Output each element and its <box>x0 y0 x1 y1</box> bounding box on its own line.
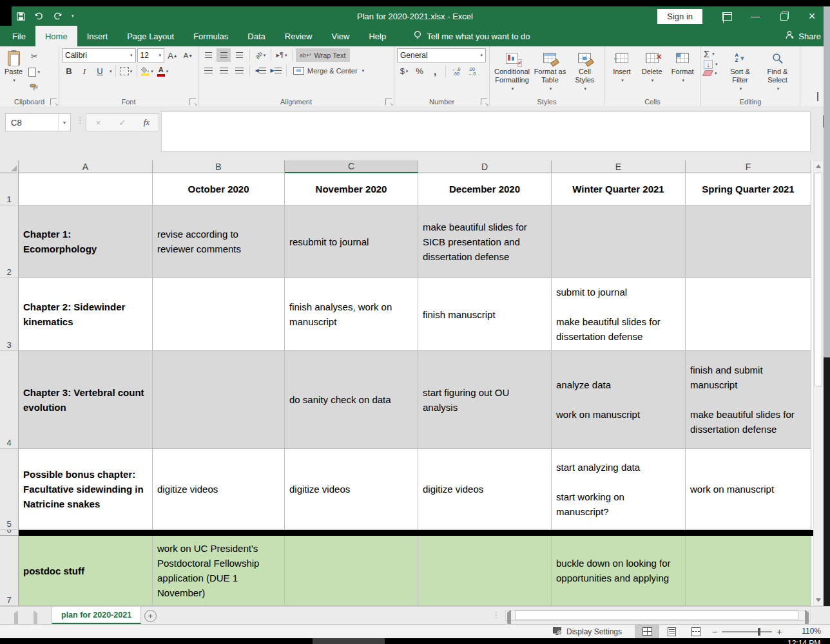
name-box[interactable]: C8 ▾ <box>5 113 71 131</box>
share-button[interactable]: Share <box>785 26 821 46</box>
format-painter-button[interactable] <box>27 80 41 94</box>
cell-F4[interactable]: finish and submit manuscript make beauti… <box>686 351 811 449</box>
page-layout-view-button[interactable] <box>659 625 684 638</box>
bold-button[interactable]: B <box>62 64 76 78</box>
row-header-4[interactable]: 4 <box>0 351 19 449</box>
number-format-combo[interactable]: General▾ <box>397 48 486 62</box>
formula-input[interactable] <box>161 111 811 152</box>
cell-D2[interactable]: make beautiful slides for SICB presentat… <box>418 205 552 278</box>
zoom-slider-track[interactable] <box>722 631 772 632</box>
save-icon[interactable] <box>17 12 25 21</box>
align-left-button[interactable] <box>201 64 215 77</box>
cell-E2[interactable] <box>552 205 686 278</box>
column-header-A[interactable]: A <box>19 160 153 173</box>
collapse-ribbon-button[interactable] <box>817 93 818 101</box>
cell-A4[interactable]: Chapter 3: Vertebral count evolution <box>19 351 153 449</box>
delete-cells-button[interactable]: × Delete ▾ <box>637 48 668 86</box>
next-sheet-arrow[interactable] <box>34 613 37 625</box>
cell-F6[interactable] <box>686 530 811 536</box>
new-sheet-button[interactable]: + <box>144 610 157 622</box>
horizontal-scrollbar-thumb[interactable] <box>515 611 798 620</box>
scroll-up-arrow[interactable] <box>814 162 823 170</box>
text-direction-button[interactable]: ▸¶▾ <box>275 48 289 62</box>
normal-view-button[interactable] <box>635 625 659 638</box>
orientation-button[interactable]: ab▾ <box>253 48 267 62</box>
accounting-format-button[interactable]: $▾ <box>397 64 411 78</box>
align-right-button[interactable] <box>232 64 246 77</box>
bottom-align-button[interactable] <box>232 48 246 62</box>
cell-B2[interactable]: revise according to reviewer comments <box>153 205 285 278</box>
cut-button[interactable]: ✂ <box>27 50 41 63</box>
cell-D6[interactable] <box>418 530 552 536</box>
cell-B3[interactable] <box>153 278 285 351</box>
menu-tab-formulas[interactable]: Formulas <box>184 26 238 46</box>
column-header-D[interactable]: D <box>418 160 552 173</box>
increase-decimal-button[interactable]: ←.0 .00 <box>449 64 463 78</box>
top-align-button[interactable] <box>201 48 215 62</box>
scroll-left-arrow[interactable] <box>507 612 511 624</box>
ribbon-display-options-button[interactable] <box>713 6 741 26</box>
redo-icon[interactable] <box>53 12 63 20</box>
column-header-B[interactable]: B <box>153 160 285 173</box>
cell-E3[interactable]: submit to journal make beautiful slides … <box>552 278 686 351</box>
cancel-entry-button[interactable]: × <box>86 114 110 131</box>
alignment-dialog-launcher[interactable] <box>385 99 392 105</box>
borders-button[interactable]: ▾ <box>119 64 133 78</box>
font-color-button[interactable]: A▾ <box>156 64 170 78</box>
zoom-out-button[interactable]: − <box>712 627 717 636</box>
sign-in-button[interactable]: Sign in <box>657 9 702 24</box>
menu-tab-help[interactable]: Help <box>359 26 396 46</box>
font-size-combo[interactable]: 12▾ <box>137 48 164 62</box>
cell-E7[interactable]: buckle down on looking for opportunities… <box>552 536 686 606</box>
font-name-combo[interactable]: Calibri▾ <box>62 48 136 62</box>
cell-A3[interactable]: Chapter 2: Sidewinder kinematics <box>19 278 153 351</box>
decrease-decimal-button[interactable]: .00 →.0 <box>465 64 479 78</box>
display-settings-button[interactable]: Display Settings <box>553 625 622 638</box>
column-header-C[interactable]: C <box>285 160 418 173</box>
italic-button[interactable]: I <box>77 64 92 78</box>
zoom-slider-handle[interactable] <box>758 628 760 636</box>
page-break-preview-button[interactable] <box>684 625 708 638</box>
paste-button[interactable]: Paste ▾ <box>3 48 24 86</box>
cell-styles-button[interactable]: Cell Styles▾ <box>568 48 601 94</box>
row-header-3[interactable]: 3 <box>0 278 19 351</box>
cell-A7[interactable]: postdoc stuff <box>19 536 153 606</box>
minimize-button[interactable]: — <box>741 6 769 26</box>
format-cells-button[interactable]: ↔ Format ▾ <box>667 48 698 86</box>
menu-tab-page-layout[interactable]: Page Layout <box>117 26 184 46</box>
cell-C6[interactable] <box>285 530 418 536</box>
select-all-corner[interactable] <box>0 160 19 173</box>
cell-D1[interactable]: December 2020 <box>418 173 552 205</box>
cell-A1[interactable] <box>19 173 153 205</box>
name-box-dropdown-arrow[interactable]: ▾ <box>58 114 70 131</box>
cell-E4[interactable]: analyze data work on manuscript <box>552 351 686 449</box>
cell-D3[interactable]: finish manuscript <box>418 278 552 351</box>
fill-color-button[interactable]: ▾ <box>140 64 155 78</box>
previous-sheet-arrow[interactable] <box>14 613 18 625</box>
tell-me-box[interactable]: Tell me what you want to do <box>414 26 530 46</box>
cell-F2[interactable] <box>686 205 811 278</box>
column-header-F[interactable]: F <box>686 160 811 173</box>
cell-F3[interactable] <box>686 278 811 351</box>
vertical-scrollbar[interactable] <box>813 160 824 606</box>
middle-align-button[interactable] <box>217 48 231 62</box>
number-dialog-launcher[interactable] <box>481 99 487 105</box>
percent-style-button[interactable]: % <box>412 64 427 78</box>
cell-A2[interactable]: Chapter 1: Ecomorphology <box>19 205 153 278</box>
column-header-E[interactable]: E <box>552 160 686 173</box>
wrap-text-button[interactable]: ab↵ Wrap Text <box>296 48 350 62</box>
cell-D5[interactable]: digitize videos <box>418 449 552 530</box>
cell-C2[interactable]: resubmit to journal <box>285 205 418 278</box>
cell-C1[interactable]: November 2020 <box>285 173 418 205</box>
cell-B6[interactable] <box>153 530 285 536</box>
copy-button[interactable]: ▾ <box>27 65 41 79</box>
cell-E5[interactable]: start analyzing data start working on ma… <box>552 449 686 530</box>
merge-center-button[interactable]: Merge & Center ▾ <box>290 64 367 77</box>
menu-tab-home[interactable]: Home <box>35 26 77 46</box>
fill-button[interactable]: ↓▾ <box>704 60 718 69</box>
undo-icon[interactable] <box>34 12 44 20</box>
cell-D4[interactable]: start figuring out OU analysis <box>418 351 552 449</box>
row-header-7[interactable]: 7 <box>0 536 19 606</box>
sheet-tab-active[interactable]: plan for 2020-2021 <box>52 607 141 624</box>
cell-B5[interactable]: digitize videos <box>153 449 285 530</box>
